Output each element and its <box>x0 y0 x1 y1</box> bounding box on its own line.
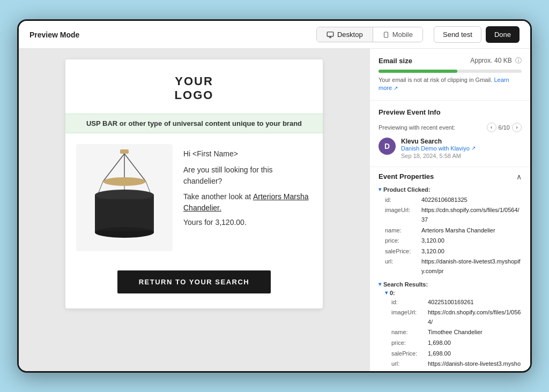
event-name: Klevu Search <box>401 138 476 145</box>
desktop-icon <box>327 31 334 39</box>
search-result-item-0: 0: id: 40225100169261 imageUrl: https://… <box>385 290 522 371</box>
mobile-icon <box>383 31 389 39</box>
preview-event-section: Preview Event Info Previewing with recen… <box>370 101 530 167</box>
product-clicked-group: Product Clicked: id: 40226106081325 imag… <box>379 186 522 277</box>
still-looking-text: Are you still looking for this chandelie… <box>183 164 312 187</box>
svg-rect-3 <box>384 32 388 37</box>
sr-prop-url: url: https://danish-store-livetest3.mysh… <box>385 359 522 371</box>
svg-rect-5 <box>120 149 129 154</box>
external-link-icon: ↗ <box>394 85 398 91</box>
event-info: Klevu Search Danish Demo with Klaviyo ↗ … <box>401 138 476 159</box>
info-icon: ⓘ <box>515 57 522 64</box>
page-info: 6/10 <box>499 124 510 131</box>
logo-text: YOUR LOGO <box>76 74 312 103</box>
gmail-note: Your email is not at risk of clipping in… <box>379 76 522 93</box>
next-event-button[interactable]: › <box>512 123 522 132</box>
collapse-icon[interactable]: ∧ <box>516 172 522 181</box>
external-link-icon: ↗ <box>471 145 476 151</box>
right-panel: Email size Approx. 40 KB ⓘ Your email is… <box>369 49 530 371</box>
prop-id: id: 40226106081325 <box>379 195 522 206</box>
greeting-text: Hi <First Name> <box>183 149 312 158</box>
event-source: Danish Demo with Klaviyo ↗ <box>401 145 476 152</box>
svg-rect-0 <box>327 32 333 36</box>
sr-prop-saleprice: salePrice: 1,698.00 <box>385 349 522 359</box>
usp-bar: USP BAR or other type of universal conte… <box>65 114 323 133</box>
email-size-section: Email size Approx. 40 KB ⓘ Your email is… <box>370 49 530 101</box>
product-image <box>76 144 173 251</box>
email-size-header: Email size Approx. 40 KB ⓘ <box>379 56 522 65</box>
search-results-group: Search Results: 0: id: 40225100169261 im… <box>379 281 522 371</box>
done-button[interactable]: Done <box>486 26 520 43</box>
return-to-search-button[interactable]: RETURN TO YOUR SEARCH <box>117 270 271 293</box>
preview-event-title: Preview Event Info <box>379 108 522 116</box>
sr-prop-id: id: 40225100169261 <box>385 297 522 308</box>
previewing-label: Previewing with recent event: <box>379 124 455 131</box>
email-size-title: Email size <box>379 57 412 65</box>
event-props-title: Event Properties <box>379 172 434 180</box>
cta-section: RETURN TO YOUR SEARCH <box>65 262 323 308</box>
email-size-progress-fill <box>379 70 457 73</box>
event-props-header: Event Properties ∧ <box>379 172 522 181</box>
prop-imageurl: imageUrl: https://cdn.shopify.com/s/file… <box>379 205 522 225</box>
sr-prop-name: name: Timothee Chandelier <box>385 327 522 338</box>
prop-url: url: https://danish-store-livetest3.mysh… <box>379 257 522 276</box>
mobile-tab[interactable]: Mobile <box>373 27 422 42</box>
product-clicked-label: Product Clicked: <box>379 186 522 193</box>
email-preview-area: YOUR LOGO USP BAR or other type of unive… <box>19 49 369 371</box>
top-bar-actions: Send test Done <box>434 26 520 43</box>
prop-saleprice: salePrice: 3,120.00 <box>379 246 522 257</box>
main-content: YOUR LOGO USP BAR or other type of unive… <box>19 49 530 371</box>
svg-point-12 <box>103 177 146 186</box>
prev-event-button[interactable]: ‹ <box>487 123 496 132</box>
logo-area: YOUR LOGO <box>65 59 323 114</box>
send-test-button[interactable]: Send test <box>434 26 481 43</box>
search-results-label: Search Results: <box>379 281 522 288</box>
product-section: Hi <First Name> Are you still looking fo… <box>65 133 323 262</box>
prop-price: price: 3,120.00 <box>379 236 522 246</box>
desktop-tab[interactable]: Desktop <box>317 27 373 42</box>
take-another-text: Take another look at Arteriors Marsha Ch… <box>183 191 312 214</box>
sr-prop-price: price: 1,698.00 <box>385 338 522 349</box>
sr-prop-imageurl: imageUrl: https://cdn.shopify.com/s/file… <box>385 307 522 327</box>
inner-frame: Preview Mode Desktop Mobile Send test Do… <box>19 21 530 371</box>
email-size-value: Approx. 40 KB ⓘ <box>470 56 522 65</box>
top-bar: Preview Mode Desktop Mobile Send test Do… <box>19 21 530 49</box>
event-avatar: D <box>379 138 396 155</box>
prop-name: name: Arteriors Marsha Chandelier <box>379 225 522 236</box>
product-text: Hi <First Name> Are you still looking fo… <box>183 144 312 251</box>
preview-mode-label: Preview Mode <box>29 31 79 39</box>
price-text: Yours for 3,120.00. <box>183 218 312 227</box>
chandelier-illustration <box>81 147 167 248</box>
email-size-progress-track <box>379 70 522 73</box>
outer-frame: Preview Mode Desktop Mobile Send test Do… <box>17 19 532 373</box>
event-date: Sep 18, 2024, 5:58 AM <box>401 153 476 159</box>
pagination: ‹ 6/10 › <box>487 123 522 132</box>
search-result-index: 0: <box>385 290 522 296</box>
event-properties-section: Event Properties ∧ Product Clicked: id: … <box>370 167 530 371</box>
email-card: YOUR LOGO USP BAR or other type of unive… <box>65 59 323 308</box>
device-tabs: Desktop Mobile <box>316 27 423 42</box>
previewing-row: Previewing with recent event: ‹ 6/10 › <box>379 123 522 132</box>
event-item: D Klevu Search Danish Demo with Klaviyo … <box>379 138 522 159</box>
